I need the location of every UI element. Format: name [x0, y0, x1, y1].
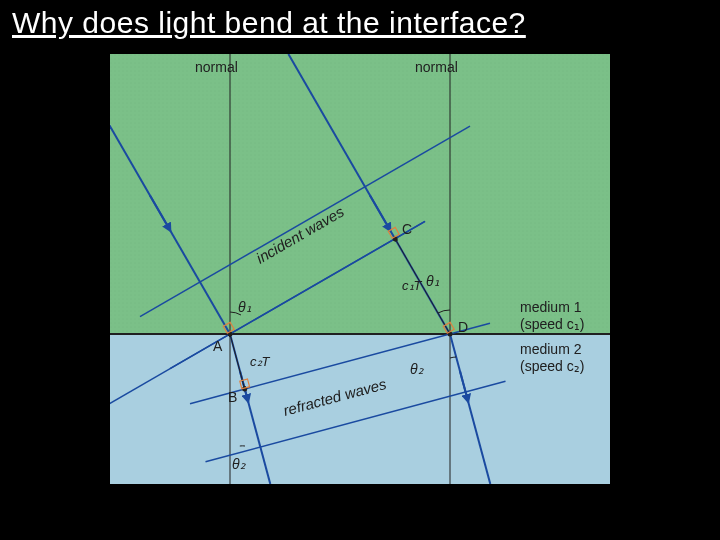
label-c2T: c₂T	[250, 354, 271, 369]
label-theta1-a: θ₁	[238, 299, 252, 315]
label-medium2: medium 2	[520, 341, 582, 357]
label-D: D	[458, 319, 468, 335]
label-normal-1: normal	[195, 59, 238, 75]
label-theta2-a: θ₂	[410, 361, 424, 377]
refraction-diagram: normal normal incident waves refracted w…	[110, 54, 610, 484]
label-medium1: medium 1	[520, 299, 582, 315]
label-medium2-speed: (speed c₂)	[520, 358, 584, 374]
label-theta2-b: θ₂	[232, 456, 246, 472]
label-medium1-speed: (speed c₁)	[520, 316, 584, 332]
label-theta1-b: θ₁	[426, 273, 440, 289]
label-c1T: c₁T	[402, 278, 423, 293]
label-B: B	[228, 389, 237, 405]
label-C: C	[402, 221, 412, 237]
page-title: Why does light bend at the interface?	[0, 0, 720, 44]
label-normal-2: normal	[415, 59, 458, 75]
svg-rect-0	[110, 54, 610, 334]
label-A: A	[213, 338, 223, 354]
